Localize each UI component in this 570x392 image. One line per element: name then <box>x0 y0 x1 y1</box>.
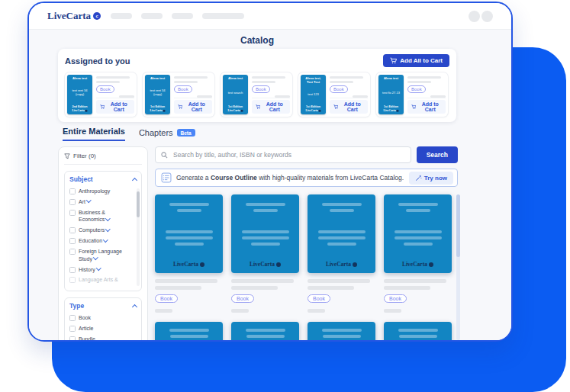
checkbox[interactable] <box>69 227 76 233</box>
book-type-badge: Book <box>155 294 178 303</box>
logo-badge-icon <box>85 110 87 112</box>
nav-item-placeholder[interactable] <box>202 13 244 19</box>
subject-option[interactable]: History <box>69 266 132 273</box>
scrollbar-thumb[interactable] <box>456 194 460 257</box>
text-placeholder <box>407 81 431 83</box>
livecarta-logo[interactable]: LiveCarta c <box>47 10 101 22</box>
checkbox[interactable] <box>69 336 76 342</box>
filter-sidebar: Filter (0) Subject Anthropology Art Busi… <box>58 146 148 342</box>
subject-option[interactable]: Art <box>69 198 132 205</box>
add-to-cart-button[interactable]: Add to Cart <box>330 100 368 114</box>
book-type-badge: Book <box>174 85 192 93</box>
catalog-card <box>308 322 375 342</box>
book-type-badge: Book <box>407 85 426 93</box>
subject-option[interactable]: Anthropology <box>69 188 132 194</box>
text-placeholder <box>252 81 275 83</box>
catalog-main: Search Generate a Course Outline with hi… <box>155 146 458 342</box>
tab-chapters[interactable]: Chapters Beta <box>139 128 195 141</box>
assigned-card[interactable]: Alena test test rent 34 (copy) 1st Editi… <box>143 72 214 117</box>
type-option[interactable]: Article <box>69 325 132 332</box>
checkbox[interactable] <box>69 267 76 273</box>
book-cover[interactable] <box>155 322 223 342</box>
add-to-cart-button[interactable]: Add to Cart <box>407 100 446 114</box>
cart-icon <box>390 57 397 64</box>
book-cover: Alena test test search 1st Edition LiveC… <box>223 75 248 114</box>
cart-icon <box>178 104 182 110</box>
checkbox[interactable] <box>69 199 76 205</box>
avatar[interactable] <box>481 11 493 22</box>
search-button[interactable]: Search <box>417 146 458 163</box>
type-option[interactable]: Book <box>69 314 132 321</box>
nav-item-placeholder[interactable] <box>141 13 163 19</box>
book-cover[interactable] <box>384 322 452 342</box>
subject-option[interactable]: Business & Economics <box>69 209 132 223</box>
content-scrollbar[interactable] <box>456 194 460 340</box>
add-to-cart-button[interactable]: Add to Cart <box>96 100 134 114</box>
subject-list-scrollbar[interactable] <box>137 188 140 286</box>
add-all-to-cart-button[interactable]: Add All to Cart <box>383 54 449 67</box>
search-input[interactable] <box>172 150 405 159</box>
subject-option[interactable]: Language Arts & <box>69 276 132 283</box>
add-to-cart-button[interactable]: Add to Cart <box>252 100 290 114</box>
chevron-up-icon <box>132 304 137 310</box>
title-placeholder <box>231 279 294 283</box>
text-placeholder <box>252 76 285 79</box>
book-cover[interactable]: LiveCarta <box>231 194 299 273</box>
try-now-button[interactable]: Try now <box>409 172 453 185</box>
type-group-header[interactable]: Type <box>69 302 137 310</box>
user-area <box>469 11 493 22</box>
course-outline-banner: Generate a Course Outline with high-qual… <box>155 169 458 187</box>
nav-item-placeholder[interactable] <box>111 13 132 19</box>
avatar[interactable] <box>469 11 480 22</box>
logo-badge-icon <box>353 262 357 267</box>
logo-badge-icon <box>276 262 281 267</box>
catalog-card <box>231 322 299 342</box>
checkbox[interactable] <box>69 315 76 321</box>
subject-option[interactable]: Foreign Language Study <box>69 248 132 262</box>
text-placeholder <box>407 76 441 79</box>
assigned-card[interactable]: Alena test test rent 34 (copy) 2nd Editi… <box>65 72 137 117</box>
checkbox[interactable] <box>69 277 76 283</box>
book-cover[interactable] <box>231 322 299 342</box>
book-cover: Alena test, Test Test test 123 1st Editi… <box>301 75 326 114</box>
book-type-badge: Book <box>384 294 407 303</box>
logo-badge-icon <box>318 110 320 112</box>
book-cover[interactable]: LiveCarta <box>384 194 452 273</box>
page-content: Catalog Assigned to you Add All to Cart … <box>29 30 511 340</box>
checkbox[interactable] <box>69 238 76 244</box>
assigned-card[interactable]: Alena test test fix 27.13 1st Edition Li… <box>376 72 448 117</box>
price-placeholder <box>155 309 172 313</box>
logo-badge-icon: c <box>93 12 101 20</box>
assigned-cards-row: Alena test test rent 34 (copy) 2nd Editi… <box>65 72 449 117</box>
assigned-panel: Assigned to you Add All to Cart Alena te… <box>58 49 456 122</box>
subject-option[interactable]: Computers <box>69 227 132 233</box>
book-cover[interactable]: LiveCarta <box>308 194 375 273</box>
checkbox[interactable] <box>69 326 76 332</box>
assigned-card[interactable]: Alena test, Test Test test 123 1st Editi… <box>298 72 370 117</box>
checkbox[interactable] <box>69 249 76 255</box>
chevron-down-icon <box>93 255 98 259</box>
subject-option[interactable]: Education <box>69 237 132 244</box>
nav-item-placeholder[interactable] <box>172 13 193 19</box>
cart-icon <box>411 104 416 110</box>
filter-toggle[interactable]: Filter (0) <box>64 153 142 165</box>
tab-entire-materials[interactable]: Entire Materials <box>63 127 125 141</box>
assigned-card[interactable]: Alena test test search 1st Edition LiveC… <box>221 72 292 117</box>
price-placeholder <box>231 309 249 313</box>
subject-group-header[interactable]: Subject <box>69 175 137 183</box>
beta-badge: Beta <box>177 129 195 137</box>
checkbox[interactable] <box>69 188 76 194</box>
cover-brand: LiveCarta <box>384 261 452 268</box>
add-to-cart-button[interactable]: Add to Cart <box>174 100 212 114</box>
cover-brand: LiveCarta <box>231 261 299 268</box>
type-option[interactable]: Bundle <box>69 336 132 342</box>
top-navigation-bar: LiveCarta c <box>29 3 511 30</box>
author-placeholder <box>155 286 201 290</box>
book-cover[interactable]: LiveCarta <box>155 194 223 273</box>
catalog-card: LiveCarta Book <box>384 194 452 313</box>
book-type-badge: Book <box>252 85 270 93</box>
catalog-tabs: Entire Materials Chapters Beta <box>63 127 195 141</box>
checkbox[interactable] <box>69 210 76 216</box>
book-cover[interactable] <box>308 322 375 342</box>
book-cover: Alena test test fix 27.13 1st Edition Li… <box>378 75 404 114</box>
